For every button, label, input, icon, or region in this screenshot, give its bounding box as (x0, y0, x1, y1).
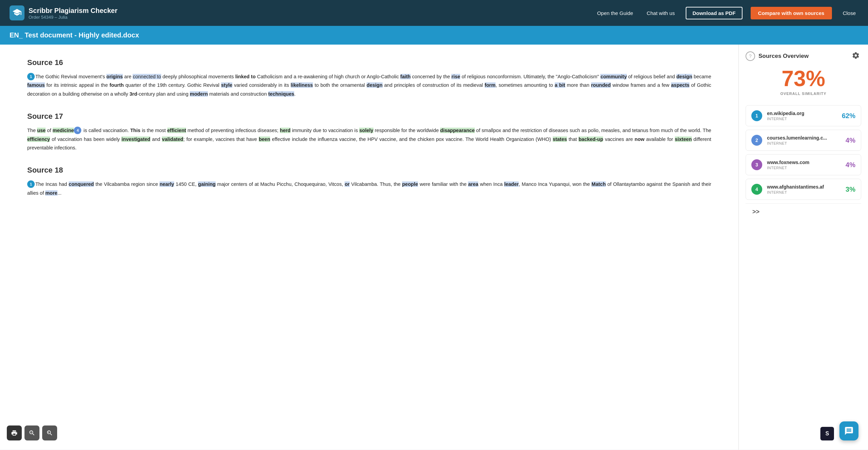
source-18-title: Source 18 (27, 166, 711, 175)
symfony-icon[interactable]: S (820, 427, 834, 440)
symfony-symbol: S (825, 431, 829, 437)
s18-conquered: conquered (69, 181, 94, 187)
sources-panel: ? Sources Overview 73% OVERALL SIMILARIT… (739, 45, 868, 450)
s16-likeliness: likeliness (291, 82, 313, 88)
source-info-1: en.wikipedia.org INTERNET (767, 111, 837, 121)
document-bar: EN_ Test document - Highly edited.docx (0, 26, 868, 45)
order-text: Order 54349 – Julia (29, 15, 117, 20)
logo-icon (10, 5, 24, 20)
s16-connected: connected to (133, 74, 161, 79)
s16-design2: design (367, 82, 383, 88)
s17-now: now (635, 136, 645, 142)
s17-herd: herd (280, 128, 290, 133)
close-button[interactable]: Close (840, 9, 858, 17)
source-domain-2: courses.lumenlearning.c... (767, 135, 841, 141)
source-item-2[interactable]: 2 courses.lumenlearning.c... INTERNET 4% (746, 130, 861, 151)
s16-rounded: rounded (591, 82, 611, 88)
s16-community: community (600, 74, 627, 79)
source-16-title: Source 16 (27, 58, 711, 67)
source-info-2: courses.lumenlearning.c... INTERNET (767, 135, 841, 145)
s18-area: area (468, 181, 478, 187)
s18-nearly: nearly (160, 181, 174, 187)
source-type-1: INTERNET (767, 117, 837, 121)
source-type-2: INTERNET (767, 141, 841, 145)
s17-solely: solely (359, 128, 373, 133)
source-badge-1b: 1 (27, 180, 35, 188)
document-filename: EN_ Test document - Highly edited.docx (10, 31, 139, 39)
compare-sources-button[interactable]: Compare with own sources (751, 7, 832, 19)
s16-linked: linked to (235, 74, 256, 79)
chat-fab-button[interactable] (839, 421, 858, 440)
source-info-3: www.foxnews.com INTERNET (767, 160, 841, 170)
graduation-cap-icon (12, 8, 22, 18)
zoom-out-icon (29, 430, 35, 436)
zoom-in-button[interactable] (42, 425, 57, 440)
s17-use: use (37, 128, 46, 133)
s18-leader: leader (504, 181, 519, 187)
s16-rise: rise (451, 74, 460, 79)
settings-icon[interactable] (852, 51, 861, 61)
download-pdf-button[interactable]: Download as PDF (686, 7, 742, 19)
source-num-badge-4: 4 (751, 184, 762, 195)
sources-header: ? Sources Overview (746, 51, 861, 61)
logo-area: Scribbr Plagiarism Checker Order 54349 –… (10, 5, 117, 20)
s18-people: people (402, 181, 418, 187)
source-pct-4: 3% (846, 186, 855, 193)
s16-faith: faith (400, 74, 411, 79)
source-num-badge-3: 3 (751, 159, 762, 170)
source-info-4: www.afghanistantimes.af INTERNET (767, 184, 841, 194)
s17-this: This (130, 128, 140, 133)
zoom-out-button[interactable] (24, 425, 39, 440)
s18-more: more (45, 190, 57, 196)
sources-header-left: ? Sources Overview (746, 51, 808, 61)
s17-states: states (553, 136, 567, 142)
nav-arrows-icon[interactable]: >> (752, 208, 760, 215)
source-domain-4: www.afghanistantimes.af (767, 184, 841, 190)
sources-list: 1 en.wikipedia.org INTERNET 62% 2 course… (746, 105, 861, 200)
app-header: Scribbr Plagiarism Checker Order 54349 –… (0, 0, 868, 26)
s16-famous: famous (27, 82, 45, 88)
s18-or: or (345, 181, 350, 187)
source-num-badge-1: 1 (751, 110, 762, 121)
zoom-in-icon (46, 430, 53, 436)
chat-icon (844, 426, 854, 436)
s17-efficiency: efficiency (27, 136, 50, 142)
help-icon[interactable]: ? (746, 51, 755, 61)
s18-match: Match (591, 181, 606, 187)
s16-3rd: 3rd (130, 91, 137, 97)
source-type-4: INTERNET (767, 190, 841, 194)
source-17-section: Source 17 The use of medicine4 is called… (27, 112, 711, 152)
s17-efficient: efficient (167, 128, 186, 133)
print-button[interactable] (7, 425, 22, 440)
source-item-4[interactable]: 4 www.afghanistantimes.af INTERNET 3% (746, 179, 861, 200)
guide-link[interactable]: Open the Guide (594, 9, 636, 17)
source-18-text: 1The Incas had conquered the Vilcabamba … (27, 180, 711, 197)
document-panel: Source 16 1The Gothic Revival movement's… (0, 45, 739, 450)
source-pct-3: 4% (846, 161, 855, 169)
s17-backedup: backed-up (579, 136, 603, 142)
bottom-toolbar (7, 425, 57, 440)
s17-medicine: medicine (53, 128, 74, 133)
source-pct-1: 62% (842, 112, 855, 120)
source-pct-2: 4% (846, 136, 855, 144)
s18-gaining: gaining (198, 181, 216, 187)
sources-title: Sources Overview (758, 53, 808, 60)
source-domain-1: en.wikipedia.org (767, 111, 837, 116)
source-badge-4: 4 (74, 127, 81, 134)
source-item-1[interactable]: 1 en.wikipedia.org INTERNET 62% (746, 105, 861, 126)
nav-arrows[interactable]: >> (746, 203, 861, 220)
source-badge-1: 1 (27, 73, 35, 80)
similarity-block: 73% OVERALL SIMILARITY (746, 68, 861, 96)
logo-text: Scribbr Plagiarism Checker Order 54349 –… (29, 6, 117, 20)
source-domain-3: www.foxnews.com (767, 160, 841, 165)
source-16-text: 1The Gothic Revival movement's origins a… (27, 73, 711, 98)
source-item-3[interactable]: 3 www.foxnews.com INTERNET 4% (746, 154, 861, 175)
s17-sixteen: sixteen (675, 136, 692, 142)
s16-origins: origins (106, 74, 123, 79)
source-16-section: Source 16 1The Gothic Revival movement's… (27, 58, 711, 98)
s17-investigated: investigated (121, 136, 150, 142)
source-18-section: Source 18 1The Incas had conquered the V… (27, 166, 711, 197)
chat-link[interactable]: Chat with us (644, 9, 678, 17)
s16-abit: a bit (555, 82, 565, 88)
source-17-text: The use of medicine4 is called vaccinati… (27, 126, 711, 152)
